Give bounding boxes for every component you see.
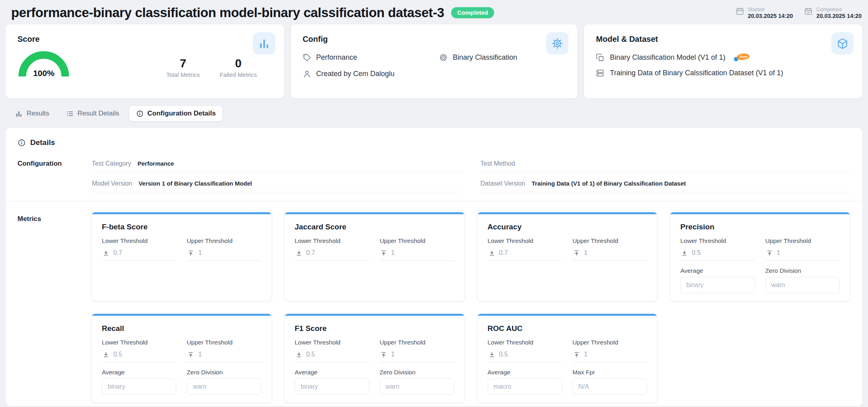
test-category-text: Performance xyxy=(316,53,357,62)
info-icon xyxy=(136,110,144,117)
upper-threshold-field: Upper Threshold 1 xyxy=(187,237,261,261)
zero-division-field: Zero Division warn xyxy=(187,369,261,395)
field-label: Dataset Version xyxy=(481,180,525,187)
tag-icon xyxy=(303,53,311,62)
average-field: Average binary xyxy=(102,369,176,395)
bar-chart-small-icon xyxy=(15,110,23,117)
arrow-up-to-line-icon xyxy=(187,250,194,256)
metric-accent-bar xyxy=(477,212,658,214)
average-input[interactable]: binary xyxy=(102,378,176,395)
config-card-title: Config xyxy=(303,35,566,44)
metric-card-accuracy: Accuracy Lower Threshold 0.7 Upper Thres… xyxy=(477,212,658,301)
config-rows: Performance Binary Classification Create… xyxy=(303,53,566,78)
arrow-up-to-line-icon xyxy=(573,351,580,358)
lower-threshold-field: Lower Threshold 0.5 xyxy=(680,237,755,261)
metric-title: F-beta Score xyxy=(102,223,261,231)
lower-threshold-input[interactable]: 0.5 xyxy=(102,348,176,362)
total-metrics-label: Total Metrics xyxy=(166,71,200,78)
arrow-down-to-line-icon xyxy=(488,250,495,256)
lower-threshold-field: Lower Threshold 0.7 xyxy=(102,237,176,261)
metric-title: Jaccard Score xyxy=(295,223,454,231)
field-value: Version 1 of Binary Classification Model xyxy=(138,180,252,187)
total-metrics-stat: 7 Total Metrics xyxy=(166,57,200,78)
info-icon xyxy=(18,139,26,147)
completed-label: Completed xyxy=(816,6,862,12)
upper-threshold-input[interactable]: 1 xyxy=(572,247,647,261)
lower-threshold-field: Lower Threshold 0.5 xyxy=(102,339,176,362)
average-field: Average binary xyxy=(295,369,369,395)
tab-bar: Results Result Details Configuration Det… xyxy=(8,106,863,121)
started-value: 20.03.2025 14:20 xyxy=(748,13,793,19)
metric-accent-bar xyxy=(284,212,465,214)
created-by-text: Created by Cem Daloglu xyxy=(316,70,395,78)
lower-threshold-input[interactable]: 0.7 xyxy=(488,247,562,261)
tab-result-details[interactable]: Result Details xyxy=(59,106,127,121)
upper-threshold-input[interactable]: 1 xyxy=(187,247,261,261)
metric-accent-bar xyxy=(670,212,850,214)
configuration-section-label: Configuration xyxy=(18,157,91,192)
upper-threshold-field: Upper Threshold 1 xyxy=(765,237,840,261)
zero-division-field: Zero Division warn xyxy=(765,267,840,293)
lower-threshold-field: Lower Threshold 0.5 xyxy=(488,339,562,362)
max-fpr-input[interactable]: N/A xyxy=(572,378,647,395)
upper-threshold-field: Upper Threshold 1 xyxy=(380,339,454,362)
list-icon xyxy=(66,110,74,117)
created-by-row: Created by Cem Daloglu xyxy=(303,70,440,78)
field-test-category: Test Category Performance xyxy=(91,157,462,172)
upper-threshold-field: Upper Threshold 1 xyxy=(572,237,647,261)
details-heading: Details xyxy=(30,138,55,147)
failed-metrics-value: 0 xyxy=(220,57,257,70)
metrics-grid: F-beta Score Lower Threshold 0.7 Upper T… xyxy=(91,212,850,403)
upper-threshold-field: Upper Threshold 1 xyxy=(187,339,261,362)
average-field: Average binary xyxy=(680,267,755,293)
lower-threshold-input[interactable]: 0.5 xyxy=(488,348,562,362)
score-body: 100% 7 Total Metrics 0 Failed Metrics xyxy=(18,49,272,79)
arrow-down-to-line-icon xyxy=(681,250,688,256)
tab-result-details-label: Result Details xyxy=(78,110,119,117)
calendar-icon xyxy=(736,7,744,16)
dataset-text: Training Data of Binary Calssification D… xyxy=(610,69,783,77)
metric-accent-bar xyxy=(91,212,272,214)
average-input[interactable]: binary xyxy=(680,277,755,293)
tab-configuration-details[interactable]: Configuration Details xyxy=(129,106,223,121)
arrow-up-to-line-icon xyxy=(187,351,194,358)
config-card: Config Performance Binary Classification… xyxy=(290,24,578,99)
arrow-down-to-line-icon xyxy=(296,351,302,358)
calendar-check-icon xyxy=(804,7,813,16)
upper-threshold-input[interactable]: 1 xyxy=(765,247,840,261)
zero-division-input[interactable]: warn xyxy=(765,277,840,293)
metrics-section: Metrics F-beta Score Lower Threshold 0.7… xyxy=(6,202,862,406)
configuration-fields: Test Category Performance Test Method Mo… xyxy=(91,157,850,192)
upper-threshold-input[interactable]: 1 xyxy=(187,348,261,362)
arrow-down-to-line-icon xyxy=(488,351,495,358)
lower-threshold-field: Lower Threshold 0.7 xyxy=(488,237,562,261)
user-icon xyxy=(303,70,311,78)
arrow-up-to-line-icon xyxy=(766,250,773,256)
timestamps: Started 20.03.2025 14:20 Completed 20.03… xyxy=(736,6,862,19)
lower-threshold-input[interactable]: 0.7 xyxy=(295,247,369,261)
zero-division-input[interactable]: warn xyxy=(187,378,261,395)
average-input[interactable]: macro xyxy=(488,378,562,395)
lower-threshold-input[interactable]: 0.7 xyxy=(102,247,176,261)
zero-division-input[interactable]: warn xyxy=(380,378,454,395)
upper-threshold-input[interactable]: 1 xyxy=(380,348,454,362)
lower-threshold-input[interactable]: 0.5 xyxy=(295,348,369,362)
total-metrics-value: 7 xyxy=(166,57,200,70)
upper-threshold-input[interactable]: 1 xyxy=(572,348,647,362)
upper-threshold-input[interactable]: 1 xyxy=(380,247,454,261)
field-label: Test Category xyxy=(92,160,131,167)
max-fpr-field: Max Fpr N/A xyxy=(572,369,647,395)
tab-configuration-details-label: Configuration Details xyxy=(148,110,216,117)
configuration-details-panel: Details Configuration Test Category Perf… xyxy=(5,127,863,407)
metric-title: Precision xyxy=(680,223,840,231)
lower-threshold-field: Lower Threshold 0.7 xyxy=(295,237,369,261)
score-card: Score 100% 7 Total Metrics 0 Failed Metr… xyxy=(5,24,284,99)
details-header: Details xyxy=(6,128,862,155)
metrics-section-label: Metrics xyxy=(18,212,91,403)
tab-results[interactable]: Results xyxy=(8,106,56,121)
average-input[interactable]: binary xyxy=(295,378,369,395)
lower-threshold-input[interactable]: 0.5 xyxy=(680,247,755,261)
arrow-up-to-line-icon xyxy=(380,250,387,256)
score-stats: 7 Total Metrics 0 Failed Metrics xyxy=(166,57,257,78)
model-icon xyxy=(596,53,604,62)
